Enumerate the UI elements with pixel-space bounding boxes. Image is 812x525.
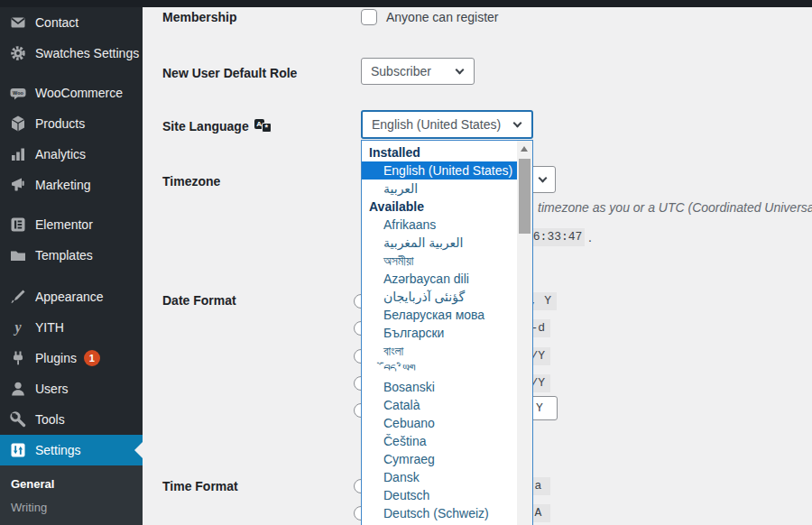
dropdown-option[interactable]: Deutsch [362, 486, 517, 504]
svg-text:Woo: Woo [13, 90, 23, 96]
sidebar-item-contact[interactable]: Contact [0, 7, 143, 38]
new-user-role-select[interactable]: Subscriber [361, 58, 475, 85]
sidebar-item-settings[interactable]: Settings [0, 435, 143, 465]
timezone-label: Timezone [162, 174, 220, 189]
dropdown-option[interactable]: Deutsch (Schweiz) [362, 504, 517, 522]
cube-icon [9, 115, 27, 133]
dropdown-option[interactable]: Беларуская мова [362, 306, 517, 324]
sidebar-item-products[interactable]: Products [0, 108, 143, 139]
sidebar-item-label: Tools [35, 412, 65, 427]
dropdown-option[interactable]: Български [362, 324, 517, 342]
translation-icon: A * [254, 119, 274, 134]
sidebar-item-swatches-settings[interactable]: Swatches Settings [0, 38, 143, 69]
dropdown-option[interactable]: گؤنئی آذربایجان [362, 288, 517, 306]
sidebar-item-label: Plugins [35, 351, 77, 365]
sidebar-item-label: WooCommerce [35, 86, 123, 100]
scrollbar-up-arrow-icon[interactable] [521, 146, 528, 152]
active-menu-arrow [134, 442, 143, 458]
dropdown-group-installed: Installed [362, 143, 517, 161]
sidebar-item-label: Products [35, 116, 85, 131]
sidebar-item-yith[interactable]: y YITH [0, 312, 143, 343]
sidebar-item-label: Elementor [35, 217, 93, 232]
plugins-update-badge: 1 [84, 350, 100, 366]
dropdown-option[interactable]: བོད་ཡིག [362, 360, 517, 378]
anyone-can-register-label: Anyone can register [386, 10, 499, 24]
dropdown-option-selected[interactable]: English (United States) [362, 161, 517, 180]
sidebar-item-label: Swatches Settings [35, 46, 139, 60]
sidebar-item-label: Marketing [35, 178, 90, 192]
woocommerce-icon: Woo [9, 84, 27, 102]
settings-submenu: General Writing [0, 465, 143, 525]
time-format-label: Time Format [162, 479, 238, 493]
yith-icon: y [9, 318, 27, 336]
submenu-item-writing[interactable]: Writing [0, 496, 143, 520]
chevron-down-icon [539, 174, 548, 183]
sidebar-item-users[interactable]: Users [0, 373, 143, 404]
timezone-description: timezone as you or a UTC (Coordinated Un… [538, 200, 812, 215]
language-dropdown-list[interactable]: Installed English (United States) العربي… [361, 140, 533, 525]
menu-separator [0, 271, 143, 281]
site-language-label: Site Language A * [162, 119, 274, 134]
sidebar-item-label: Analytics [35, 147, 86, 161]
envelope-icon [9, 14, 27, 32]
sidebar-item-marketing[interactable]: Marketing [0, 170, 143, 200]
menu-separator [0, 69, 143, 78]
dropdown-option[interactable]: Bosanski [362, 378, 517, 396]
plug-icon [9, 349, 27, 367]
elementor-icon [9, 216, 27, 234]
dropdown-option[interactable]: Dansk [362, 468, 517, 486]
sidebar-item-templates[interactable]: Templates [0, 240, 143, 271]
sliders-icon [9, 441, 27, 459]
dropdown-option[interactable]: বাংলা [362, 342, 517, 360]
menu-separator [0, 200, 143, 209]
dropdown-option[interactable]: Cymraeg [362, 450, 517, 468]
dropdown-scrollbar[interactable] [517, 141, 532, 525]
scrollbar-thumb[interactable] [519, 159, 531, 234]
wrench-icon [9, 410, 27, 428]
sidebar-item-label: Settings [35, 443, 81, 457]
sidebar-item-label: YITH [35, 320, 64, 335]
admin-bar [0, 0, 812, 7]
sidebar-item-label: Appearance [35, 290, 104, 304]
dropdown-option[interactable]: Afrikaans [362, 216, 517, 234]
site-language-select[interactable]: English (United States) [361, 110, 533, 139]
user-icon [9, 380, 27, 398]
dropdown-group-available: Available [362, 198, 517, 216]
megaphone-icon [9, 176, 27, 194]
sidebar-item-plugins[interactable]: Plugins 1 [0, 343, 143, 373]
sidebar-item-tools[interactable]: Tools [0, 404, 143, 435]
dropdown-option[interactable]: Català [362, 396, 517, 414]
dropdown-option[interactable]: Čeština [362, 432, 517, 450]
dropdown-option[interactable]: العربية [362, 180, 517, 198]
bar-chart-icon [9, 145, 27, 163]
dropdown-option[interactable]: العربية المغربية [362, 234, 517, 252]
gear-icon [9, 44, 27, 62]
sidebar-item-label: Templates [35, 248, 93, 262]
dropdown-option[interactable]: Azərbaycan dili [362, 270, 517, 288]
sidebar-item-analytics[interactable]: Analytics [0, 139, 143, 170]
sidebar-item-woocommerce[interactable]: Woo WooCommerce [0, 78, 143, 108]
admin-sidebar: Contact Swatches Settings Woo WooCommerc… [0, 7, 143, 525]
sidebar-item-appearance[interactable]: Appearance [0, 281, 143, 312]
dropdown-option[interactable]: অসমীয়া [362, 252, 517, 270]
new-user-role-label: New User Default Role [162, 66, 297, 80]
sidebar-item-label: Users [35, 382, 69, 396]
anyone-can-register-checkbox[interactable] [361, 9, 377, 25]
folder-icon [9, 246, 27, 264]
sidebar-item-label: Contact [35, 15, 78, 30]
submenu-item-general[interactable]: General [0, 473, 143, 496]
dropdown-option[interactable]: Cebuano [362, 414, 517, 432]
brush-icon [9, 288, 27, 306]
utc-time-period: . [588, 230, 592, 244]
membership-label: Membership [162, 10, 236, 24]
sidebar-item-elementor[interactable]: Elementor [0, 209, 143, 240]
date-format-label: Date Format [162, 293, 236, 308]
